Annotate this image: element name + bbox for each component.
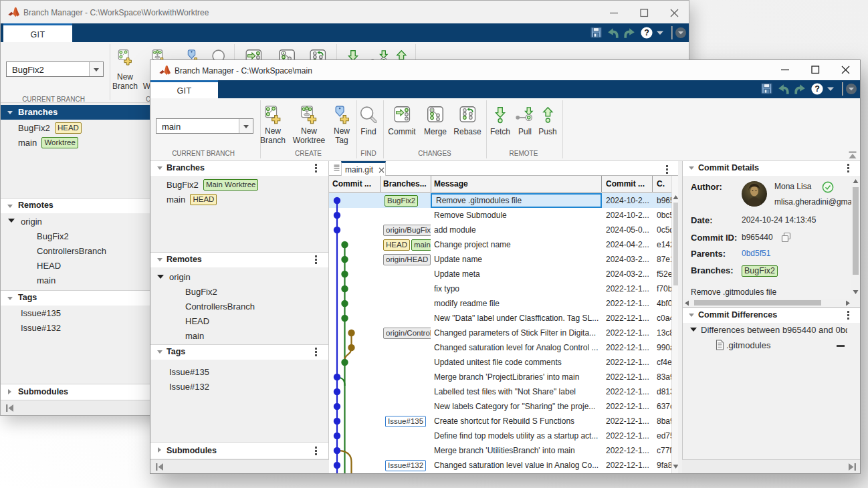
svg-text:?: ? bbox=[815, 84, 820, 94]
svg-text:?: ? bbox=[644, 28, 649, 37]
